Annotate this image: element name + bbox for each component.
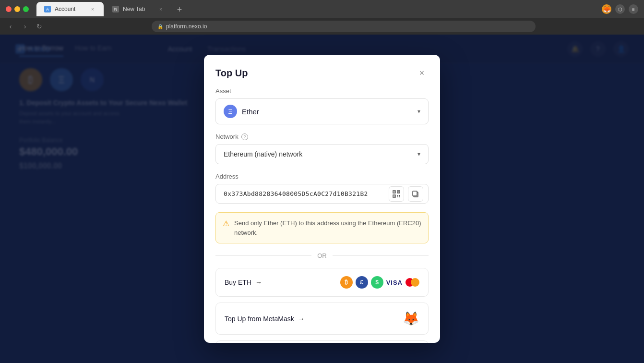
- svg-rect-13: [413, 191, 417, 196]
- asset-section: Asset Ξ Ether ▾: [215, 87, 429, 124]
- tab-newtab[interactable]: N New Tab ×: [105, 2, 172, 16]
- address-bar-text: platform.nexo.io: [166, 23, 207, 30]
- browser-chrome: A Account × N New Tab × + 🦊 ⬡ ≡ ‹ › ↻ 🔒 …: [0, 0, 644, 35]
- modal-header: Top Up ×: [204, 55, 440, 87]
- extension-metamask-icon[interactable]: 🦊: [602, 4, 611, 14]
- gbp-payment-icon: £: [356, 276, 368, 289]
- maximize-window-button[interactable]: [23, 6, 29, 12]
- tab-favicon-account: A: [44, 6, 51, 12]
- extension-menu-icon[interactable]: ≡: [629, 4, 638, 14]
- svg-rect-10: [397, 196, 398, 197]
- extension-puzzle-icon[interactable]: ⬡: [615, 4, 625, 14]
- modal-close-button[interactable]: ×: [415, 66, 429, 80]
- copy-icon: [412, 190, 419, 198]
- warning-icon: ⚠: [223, 219, 229, 228]
- new-tab-button[interactable]: +: [173, 3, 186, 16]
- tab-account-label: Account: [55, 6, 75, 12]
- metamask-card[interactable]: Top Up from MetaMask → 🦊: [215, 302, 429, 335]
- address-actions: [384, 186, 428, 202]
- address-value: 0x373Abd882836408005D5cA0C27d10B321B2: [216, 184, 384, 203]
- tab-account[interactable]: A Account ×: [36, 2, 104, 16]
- svg-rect-11: [399, 196, 400, 197]
- buy-eth-label: Buy ETH →: [225, 278, 262, 286]
- asset-label: Asset: [215, 87, 429, 95]
- network-section: Network ? Ethereum (native) network ▾: [215, 133, 429, 164]
- warning-box: ⚠ Send only Ether (ETH) to this address …: [215, 212, 429, 243]
- qr-icon: [393, 190, 400, 198]
- tab-newtab-close[interactable]: ×: [157, 6, 164, 12]
- svg-rect-5: [398, 191, 399, 192]
- traffic-lights: [6, 6, 29, 12]
- address-bar[interactable]: 🔒 platform.nexo.io: [152, 21, 536, 32]
- extension-icons: 🦊 ⬡ ≡: [602, 4, 638, 14]
- copy-address-button[interactable]: [408, 186, 423, 202]
- buy-eth-arrow: →: [255, 278, 262, 286]
- tab-favicon-newtab: N: [112, 6, 119, 12]
- metamask-arrow: →: [298, 315, 305, 323]
- metamask-fox-icon: 🦊: [403, 311, 419, 327]
- topup-modal: Top Up × Asset Ξ Ether ▾: [204, 55, 440, 343]
- minimize-window-button[interactable]: [14, 6, 20, 12]
- asset-value: Ether: [242, 108, 259, 116]
- network-dropdown[interactable]: Ethereum (native) network ▾: [215, 144, 429, 164]
- tab-account-close[interactable]: ×: [89, 6, 96, 12]
- network-value: Ethereum (native) network: [224, 150, 302, 158]
- mastercard-payment-icon: [405, 278, 419, 287]
- svg-rect-9: [399, 195, 400, 196]
- browser-addressbar: ‹ › ↻ 🔒 platform.nexo.io: [0, 18, 644, 35]
- buy-eth-card[interactable]: Buy ETH → ₿ £ $ VISA: [215, 268, 429, 297]
- important-notes-section[interactable]: i Important Notes ⌄: [215, 340, 429, 343]
- page-background: N nexo Account Transactions 🔔 ? 👤 How to…: [0, 35, 644, 363]
- asset-dropdown[interactable]: Ξ Ether ▾: [215, 98, 429, 124]
- svg-rect-7: [394, 195, 395, 196]
- close-window-button[interactable]: [6, 6, 12, 12]
- nav-refresh-button[interactable]: ↻: [35, 23, 44, 30]
- asset-dropdown-arrow: ▾: [417, 108, 420, 115]
- or-divider: OR: [215, 252, 429, 259]
- address-label: Address: [215, 173, 429, 180]
- browser-tabs: A Account × N New Tab × +: [36, 2, 598, 16]
- network-dropdown-arrow: ▾: [417, 151, 420, 157]
- metamask-icon-container: 🦊: [403, 311, 419, 327]
- modal-overlay: Top Up × Asset Ξ Ether ▾: [0, 35, 644, 363]
- browser-titlebar: A Account × N New Tab × + 🦊 ⬡ ≡: [0, 0, 644, 18]
- asset-icon: Ξ: [224, 105, 237, 118]
- btc-payment-icon: ₿: [340, 276, 353, 289]
- network-help-icon[interactable]: ?: [241, 133, 248, 140]
- network-label: Network ?: [215, 133, 429, 140]
- visa-payment-icon: VISA: [386, 279, 403, 286]
- modal-title: Top Up: [215, 68, 248, 79]
- modal-body: Asset Ξ Ether ▾ Network ?: [204, 87, 440, 343]
- nav-back-button[interactable]: ‹: [6, 23, 15, 30]
- buy-eth-payment-icons: ₿ £ $ VISA: [340, 276, 419, 289]
- tab-newtab-label: New Tab: [123, 6, 145, 12]
- nav-forward-button[interactable]: ›: [20, 23, 30, 30]
- svg-rect-8: [397, 195, 398, 196]
- address-section: Address 0x373Abd882836408005D5cA0C27d10B…: [215, 173, 429, 204]
- qr-code-button[interactable]: [389, 186, 404, 202]
- address-input-row: 0x373Abd882836408005D5cA0C27d10B321B2: [215, 184, 429, 204]
- svg-rect-3: [394, 191, 395, 192]
- warning-text: Send only Ether (ETH) to this address us…: [234, 218, 421, 237]
- metamask-label: Top Up from MetaMask →: [225, 315, 305, 323]
- lock-icon: 🔒: [157, 24, 163, 29]
- usd-payment-icon: $: [371, 276, 383, 289]
- or-text: OR: [317, 252, 327, 259]
